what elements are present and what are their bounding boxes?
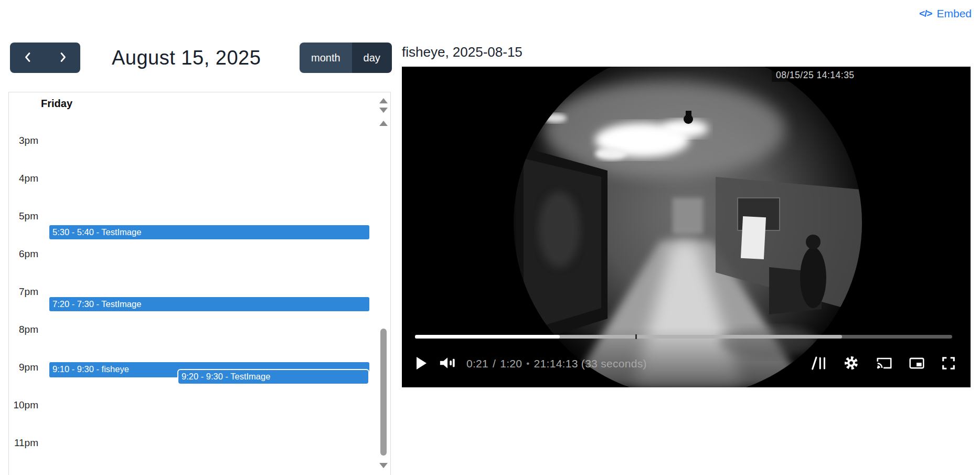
hour-label-3pm: 3pm <box>9 134 38 147</box>
duration: 1:20 <box>500 357 522 370</box>
calendar-event-530-testimage[interactable]: 5:30 - 5:40 - TestImage <box>49 225 369 239</box>
volume-button[interactable] <box>439 356 456 372</box>
view-toggle: month day <box>300 43 392 73</box>
timegrid-scroll-down-icon[interactable] <box>379 463 388 468</box>
hour-label-9pm: 9pm <box>9 361 38 374</box>
embed-link[interactable]: </> Embed <box>919 7 972 20</box>
video-osd-timestamp: 08/15/25 14:14:35 <box>772 69 859 82</box>
picture-in-picture-button[interactable] <box>909 356 925 372</box>
hour-label-10pm: 10pm <box>9 399 38 411</box>
current-time: 0:21 <box>466 357 488 370</box>
embed-label: Embed <box>936 7 972 20</box>
progress-bar[interactable] <box>415 335 952 339</box>
hour-label-6pm: 6pm <box>9 248 38 260</box>
scroll-down-icon[interactable] <box>379 108 388 113</box>
progress-played <box>415 335 560 339</box>
hour-label-7pm: 7pm <box>9 286 38 298</box>
hour-label-5pm: 5pm <box>9 210 38 223</box>
code-icon: </> <box>919 8 932 19</box>
next-day-button[interactable] <box>45 43 80 73</box>
clock-info: 21:14:13 (33 seconds) <box>534 357 647 370</box>
scrollbar-thumb[interactable] <box>380 329 387 456</box>
day-header: Friday <box>41 98 72 110</box>
calendar-day-view: Friday 3pm 4pm 5pm 6pm 7pm 8pm 9pm 10pm … <box>8 92 391 475</box>
cast-icon <box>876 356 892 372</box>
settings-button[interactable] <box>843 355 859 373</box>
calendar-event-720-testimage[interactable]: 7:20 - 7:30 - TestImage <box>49 297 369 311</box>
playback-rate-icon <box>811 356 827 372</box>
hour-label-4pm: 4pm <box>9 172 38 185</box>
progress-marker <box>635 334 637 339</box>
chevron-right-icon <box>58 51 68 65</box>
calendar-nav <box>10 43 80 73</box>
day-view-button[interactable]: day <box>352 43 392 73</box>
scroll-up-icon[interactable] <box>379 98 388 103</box>
fullscreen-button[interactable] <box>941 356 956 372</box>
volume-icon <box>439 356 456 372</box>
calendar-date-title: August 15, 2025 <box>112 43 261 73</box>
chevron-left-icon <box>23 51 33 65</box>
gear-icon <box>843 355 859 373</box>
playback-rate-button[interactable] <box>811 356 827 372</box>
cast-button[interactable] <box>876 356 892 372</box>
hour-label-11pm: 11pm <box>9 437 38 449</box>
video-player[interactable]: 08/15/25 14:14:35 0:21 / 1:20 • <box>402 67 971 387</box>
timegrid-scroll-up-icon[interactable] <box>379 121 388 126</box>
prev-day-button[interactable] <box>10 43 45 73</box>
calendar-event-920-testimage[interactable]: 9:20 - 9:30 - TestImage <box>177 369 369 385</box>
bullet-separator: • <box>526 358 529 369</box>
fullscreen-icon <box>941 356 956 372</box>
video-title: fisheye, 2025-08-15 <box>402 44 523 60</box>
time-separator: / <box>493 357 496 370</box>
play-button[interactable] <box>415 356 428 372</box>
picture-in-picture-icon <box>909 356 925 372</box>
play-icon <box>415 356 428 372</box>
time-display: 0:21 / 1:20 • 21:14:13 (33 seconds) <box>466 357 647 370</box>
month-view-button[interactable]: month <box>300 43 352 73</box>
hour-label-8pm: 8pm <box>9 323 38 336</box>
video-controls: 0:21 / 1:20 • 21:14:13 (33 seconds) <box>415 350 956 377</box>
